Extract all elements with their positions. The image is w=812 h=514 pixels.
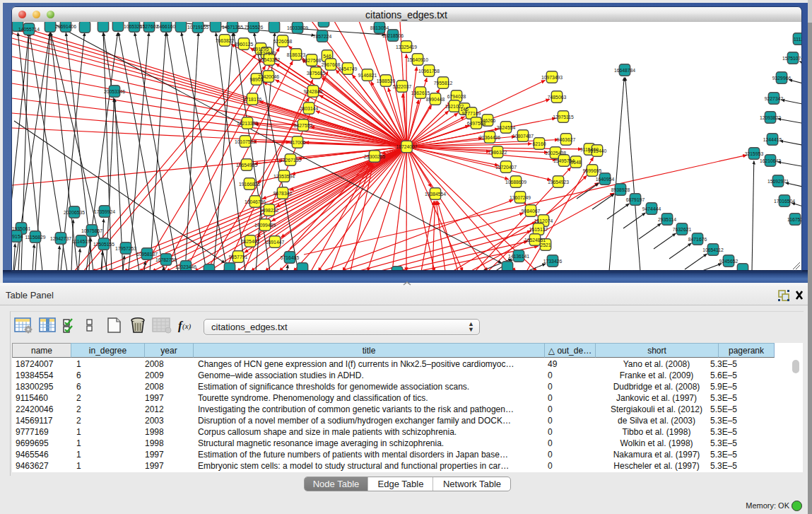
svg-text:12093822: 12093822 [760, 115, 781, 120]
svg-text:1244415: 1244415 [763, 137, 782, 142]
svg-text:9242848: 9242848 [304, 89, 323, 94]
svg-text:6794028: 6794028 [447, 94, 466, 99]
svg-text:7632621: 7632621 [673, 227, 692, 232]
svg-text:16210643: 16210643 [760, 158, 781, 163]
svg-text:19166825: 19166825 [239, 182, 260, 187]
svg-text:10107552: 10107552 [235, 139, 256, 144]
svg-text:1362615: 1362615 [411, 90, 430, 95]
svg-text:6879197: 6879197 [626, 197, 645, 202]
svg-text:9515440: 9515440 [588, 148, 607, 153]
svg-text:10973493: 10973493 [541, 75, 563, 80]
svg-text:2935114: 2935114 [658, 217, 676, 222]
svg-text:8938928: 8938928 [611, 187, 630, 192]
svg-text:9474444: 9474444 [642, 206, 661, 211]
svg-text:12213383: 12213383 [237, 121, 258, 126]
svg-text:2521: 2521 [540, 243, 551, 247]
svg-text:9245652: 9245652 [719, 259, 739, 264]
svg-text:17359924: 17359924 [94, 209, 115, 214]
svg-text:10025438: 10025438 [545, 151, 566, 156]
svg-text:20053346: 20053346 [104, 89, 125, 94]
svg-text:10719155: 10719155 [187, 25, 208, 30]
svg-text:9699695: 9699695 [583, 168, 602, 173]
svg-text:2718176: 2718176 [243, 97, 262, 102]
svg-text:1588520: 1588520 [377, 78, 396, 83]
svg-text:8813054: 8813054 [370, 25, 389, 30]
svg-text:98901: 98901 [250, 77, 264, 82]
svg-text:10975857: 10975857 [81, 228, 102, 233]
svg-text:1527602: 1527602 [140, 24, 159, 29]
svg-text:2967608: 2967608 [322, 62, 341, 67]
svg-text:20206535: 20206535 [64, 210, 85, 215]
svg-text:3624554: 3624554 [497, 125, 516, 130]
svg-text:9227342: 9227342 [765, 96, 784, 101]
svg-text:1612074: 1612074 [534, 218, 553, 223]
svg-text:(x): (x) [182, 322, 192, 331]
svg-text:3498222: 3498222 [260, 208, 279, 213]
svg-text:19654985: 19654985 [236, 163, 257, 168]
svg-text:7663822: 7663822 [216, 38, 235, 43]
svg-text:12942737: 12942737 [50, 236, 71, 241]
svg-text:16648784: 16648784 [614, 68, 635, 73]
svg-text:15640910: 15640910 [407, 57, 428, 62]
svg-text:1691447: 1691447 [266, 240, 285, 245]
svg-text:10688609: 10688609 [505, 180, 526, 185]
svg-text:8678342: 8678342 [273, 191, 293, 196]
svg-text:9857791: 9857791 [229, 255, 248, 259]
svg-text:8471676: 8471676 [688, 237, 707, 242]
svg-text:14136141: 14136141 [508, 254, 529, 259]
svg-text:19218506: 19218506 [382, 33, 404, 38]
svg-text:13267130: 13267130 [280, 158, 301, 163]
svg-text:19384554: 19384554 [425, 192, 446, 197]
svg-text:10958187: 10958187 [136, 252, 158, 257]
svg-text:15692971: 15692971 [767, 179, 789, 184]
svg-text:3875685: 3875685 [307, 71, 326, 76]
svg-text:15751074: 15751074 [782, 56, 801, 61]
svg-text:3215953: 3215953 [745, 151, 764, 156]
svg-text:8186323: 8186323 [287, 52, 306, 57]
svg-text:6497568: 6497568 [467, 121, 486, 126]
svg-text:13607249: 13607249 [510, 195, 531, 200]
svg-text:16046736: 16046736 [245, 199, 266, 204]
svg-text:9327508: 9327508 [302, 58, 322, 63]
svg-text:17957253: 17957253 [115, 246, 136, 251]
svg-text:8960125: 8960125 [235, 42, 254, 47]
svg-text:21364436: 21364436 [479, 135, 500, 140]
svg-text:23300255: 23300255 [364, 154, 385, 159]
svg-text:9648: 9648 [570, 160, 581, 165]
svg-text:12023446: 12023446 [175, 264, 196, 269]
svg-text:14099489: 14099489 [254, 223, 276, 228]
svg-text:9084067: 9084067 [522, 209, 541, 214]
svg-text:16782759: 16782759 [155, 257, 177, 262]
svg-text:12975115: 12975115 [553, 115, 574, 119]
svg-text:10961758: 10961758 [418, 69, 440, 74]
svg-text:9329966: 9329966 [772, 76, 792, 81]
svg-text:10654112: 10654112 [702, 247, 724, 252]
svg-text:116753: 116753 [787, 217, 801, 222]
svg-text:8454749: 8454749 [339, 66, 358, 71]
svg-text:9463627: 9463627 [557, 137, 576, 142]
svg-text:12353594: 12353594 [273, 174, 295, 179]
svg-text:7986322: 7986322 [488, 150, 507, 155]
svg-text:7515526: 7515526 [245, 25, 264, 30]
svg-text:1640954: 1640954 [596, 177, 615, 182]
svg-text:62160: 62160 [533, 141, 546, 146]
svg-text:14055714: 14055714 [18, 27, 40, 32]
svg-text:7857224: 7857224 [313, 34, 332, 39]
svg-text:15720407: 15720407 [495, 165, 517, 170]
svg-text:6466160: 6466160 [157, 24, 176, 29]
svg-text:16524851: 16524851 [524, 238, 546, 243]
svg-text:11156829: 11156829 [25, 235, 45, 240]
svg-text:2803144: 2803144 [300, 106, 319, 111]
svg-text:8427552: 8427552 [294, 123, 313, 128]
svg-text:16543382: 16543382 [259, 57, 280, 62]
svg-text:17016504: 17016504 [774, 199, 795, 204]
svg-text:7625402: 7625402 [241, 239, 260, 244]
svg-text:1733426: 1733426 [543, 259, 563, 264]
svg-text:5716485: 5716485 [281, 255, 300, 260]
svg-text:8990448: 8990448 [426, 97, 445, 102]
svg-text:5322037: 5322037 [393, 84, 412, 89]
svg-text:16033809: 16033809 [287, 25, 308, 30]
svg-text:10807487: 10807487 [512, 134, 534, 139]
svg-text:9327503: 9327503 [257, 51, 276, 56]
svg-text:1615137: 1615137 [529, 227, 548, 232]
